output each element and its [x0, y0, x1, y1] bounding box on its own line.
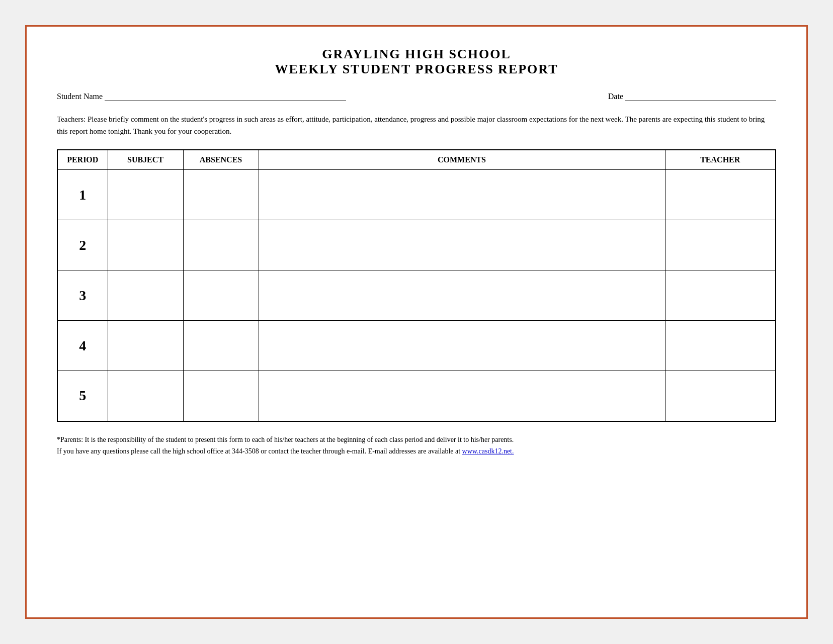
cell-period-3: 3 — [57, 270, 108, 321]
cell-teacher-2[interactable] — [665, 220, 776, 270]
cell-period-2: 2 — [57, 220, 108, 270]
cell-comments-4[interactable] — [259, 321, 665, 371]
table-row: 2 — [57, 220, 776, 270]
header-comments: COMMENTS — [259, 150, 665, 170]
cell-teacher-3[interactable] — [665, 270, 776, 321]
date-label: Date — [608, 92, 623, 101]
cell-comments-5[interactable] — [259, 371, 665, 421]
cell-subject-3[interactable] — [108, 270, 183, 321]
header-period: PERIOD — [57, 150, 108, 170]
cell-period-5: 5 — [57, 371, 108, 421]
footer-link[interactable]: www.casdk12.net. — [462, 447, 514, 455]
cell-period-4: 4 — [57, 321, 108, 371]
cell-absences-1[interactable] — [183, 170, 259, 220]
cell-teacher-5[interactable] — [665, 371, 776, 421]
date-input[interactable] — [625, 92, 776, 101]
cell-teacher-4[interactable] — [665, 321, 776, 371]
cell-absences-5[interactable] — [183, 371, 259, 421]
cell-subject-1[interactable] — [108, 170, 183, 220]
student-name-input[interactable] — [105, 92, 346, 101]
title-section: GRAYLING HIGH SCHOOL WEEKLY STUDENT PROG… — [57, 47, 776, 77]
header-teacher: TEACHER — [665, 150, 776, 170]
cell-subject-2[interactable] — [108, 220, 183, 270]
student-name-label: Student Name — [57, 92, 103, 101]
cell-absences-2[interactable] — [183, 220, 259, 270]
cell-subject-4[interactable] — [108, 321, 183, 371]
cell-absences-4[interactable] — [183, 321, 259, 371]
cell-absences-3[interactable] — [183, 270, 259, 321]
table-header-row: PERIOD SUBJECT ABSENCES COMMENTS TEACHER — [57, 150, 776, 170]
table-row: 4 — [57, 321, 776, 371]
footer-text: *Parents: It is the responsibility of th… — [57, 434, 776, 458]
cell-comments-2[interactable] — [259, 220, 665, 270]
table-row: 3 — [57, 270, 776, 321]
header-absences: ABSENCES — [183, 150, 259, 170]
footer-line2: If you have any questions please call th… — [57, 445, 776, 457]
cell-subject-5[interactable] — [108, 371, 183, 421]
cell-period-1: 1 — [57, 170, 108, 220]
page: GRAYLING HIGH SCHOOL WEEKLY STUDENT PROG… — [25, 25, 808, 619]
title-line2: WEEKLY STUDENT PROGRESS REPORT — [57, 62, 776, 77]
report-table: PERIOD SUBJECT ABSENCES COMMENTS TEACHER… — [57, 149, 776, 422]
cell-comments-3[interactable] — [259, 270, 665, 321]
table-row: 5 — [57, 371, 776, 421]
student-date-row: Student Name Date — [57, 92, 776, 101]
header-subject: SUBJECT — [108, 150, 183, 170]
cell-comments-1[interactable] — [259, 170, 665, 220]
instructions-text: Teachers: Please briefly comment on the … — [57, 113, 776, 137]
cell-teacher-1[interactable] — [665, 170, 776, 220]
footer-line1: *Parents: It is the responsibility of th… — [57, 434, 776, 446]
table-row: 1 — [57, 170, 776, 220]
date-field: Date — [608, 92, 776, 101]
title-line1: GRAYLING HIGH SCHOOL — [57, 47, 776, 62]
student-name-field: Student Name — [57, 92, 346, 101]
footer-line2-prefix: If you have any questions please call th… — [57, 447, 462, 455]
